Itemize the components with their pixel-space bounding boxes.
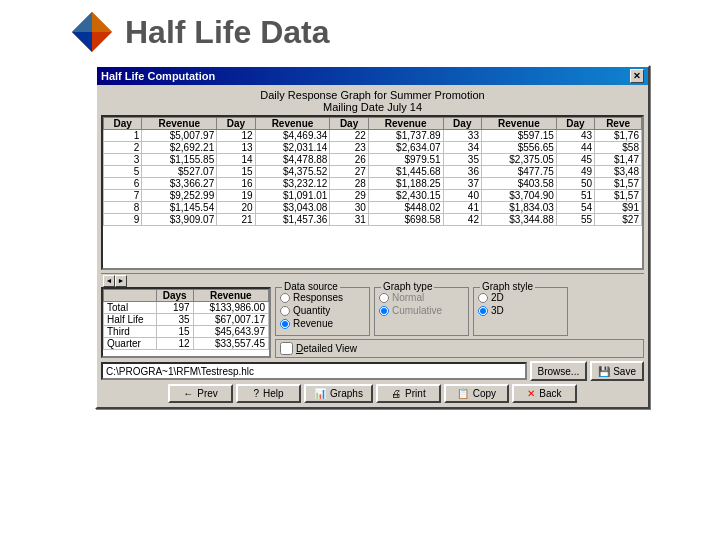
graph-style-group: Graph style 2D 3D	[473, 287, 568, 336]
summary-halflife-row: Half Life 35 $67,007.17	[104, 314, 269, 326]
graph-style-3d[interactable]: 3D	[478, 305, 563, 316]
prev-button[interactable]: ← Prev	[168, 384, 233, 403]
data-source-group: Data source Responses Quantity Revenue	[275, 287, 370, 336]
quantity-radio[interactable]	[280, 306, 290, 316]
summary-third-row: Third 15 $45,643.97	[104, 326, 269, 338]
graph-type-group: Graph type Normal Cumulative	[374, 287, 469, 336]
summary-total-row: Total 197 $133,986.00	[104, 302, 269, 314]
table-row: 7$9,252.99 19$1,091.01 29$2,430.15 40$3,…	[104, 190, 642, 202]
scroll-left-button[interactable]: ◄	[103, 275, 115, 287]
save-icon: 💾	[598, 366, 610, 377]
dialog-window: Half Life Computation ✕ Daily Response G…	[95, 65, 650, 409]
detailed-view-area: Detailed View	[275, 339, 644, 358]
prev-icon: ←	[183, 388, 193, 399]
logo-icon	[70, 10, 115, 55]
data-source-responses[interactable]: Responses	[280, 292, 365, 303]
col-header-rev5: Reve	[595, 118, 642, 130]
svg-marker-3	[72, 12, 92, 32]
controls-area: Days Revenue Total 197 $133,986.00 Half …	[101, 287, 644, 358]
table-row: 6$3,366.27 16$3,232.12 28$1,188.25 37$40…	[104, 178, 642, 190]
dialog-body: Daily Response Graph for Summer Promotio…	[97, 85, 648, 407]
table-row: 5$527.07 15$4,375.52 27$1,445.68 36$477.…	[104, 166, 642, 178]
back-icon: ✕	[527, 388, 535, 399]
help-icon: ?	[254, 388, 260, 399]
col-header-rev2: Revenue	[255, 118, 330, 130]
normal-radio[interactable]	[379, 293, 389, 303]
col-header-rev4: Revenue	[481, 118, 556, 130]
3d-radio[interactable]	[478, 306, 488, 316]
svg-marker-2	[72, 32, 92, 52]
data-source-revenue[interactable]: Revenue	[280, 318, 365, 329]
data-table: Day Revenue Day Revenue Day Revenue Day …	[103, 117, 642, 226]
graphs-icon: 📊	[314, 388, 326, 399]
slide-header: Half Life Data	[70, 10, 329, 55]
help-button[interactable]: ? Help	[236, 384, 301, 403]
col-header-day1: Day	[104, 118, 142, 130]
svg-marker-1	[92, 12, 112, 32]
detailed-view-checkbox[interactable]	[280, 342, 293, 355]
back-button[interactable]: ✕ Back	[512, 384, 577, 403]
cumulative-radio[interactable]	[379, 306, 389, 316]
copy-button[interactable]: 📋 Copy	[444, 384, 509, 403]
table-row: 3$1,155.85 14$4,478.88 26$979.51 35$2,37…	[104, 154, 642, 166]
detailed-view-checkbox-item[interactable]: Detailed View	[280, 342, 639, 355]
col-header-day2: Day	[217, 118, 255, 130]
table-row: 8$1,145.54 20$3,043.08 30$448.02 41$1,83…	[104, 202, 642, 214]
summary-panel: Days Revenue Total 197 $133,986.00 Half …	[101, 287, 271, 358]
print-button[interactable]: 🖨 Print	[376, 384, 441, 403]
col-header-day3: Day	[330, 118, 368, 130]
dialog-title: Half Life Computation	[101, 70, 215, 82]
chart-title-line2: Mailing Date July 14	[101, 101, 644, 113]
graph-style-label: Graph style	[480, 281, 535, 292]
col-header-day4: Day	[443, 118, 481, 130]
filepath-input[interactable]	[101, 362, 527, 380]
scroll-strip: ◄ ►	[101, 273, 644, 287]
col-header-rev3: Revenue	[368, 118, 443, 130]
table-row: 9$3,909.07 21$1,457.36 31$698.58 42$3,34…	[104, 214, 642, 226]
graph-type-label: Graph type	[381, 281, 434, 292]
data-table-container: Day Revenue Day Revenue Day Revenue Day …	[101, 115, 644, 270]
dialog-titlebar: Half Life Computation ✕	[97, 67, 648, 85]
copy-icon: 📋	[457, 388, 469, 399]
graph-type-cumulative[interactable]: Cumulative	[379, 305, 464, 316]
graph-options-row: Data source Responses Quantity Revenue	[275, 287, 644, 336]
revenue-radio[interactable]	[280, 319, 290, 329]
col-header-day5: Day	[556, 118, 594, 130]
chart-title-line1: Daily Response Graph for Summer Promotio…	[101, 89, 644, 101]
slide-title: Half Life Data	[125, 14, 329, 51]
filepath-area: Browse... 💾 Save	[101, 361, 644, 381]
graph-style-2d[interactable]: 2D	[478, 292, 563, 303]
responses-radio[interactable]	[280, 293, 290, 303]
summary-quarter-row: Quarter 12 $33,557.45	[104, 338, 269, 350]
table-row: 2$2,692.21 13$2,031.14 23$2,634.07 34$55…	[104, 142, 642, 154]
chart-title: Daily Response Graph for Summer Promotio…	[101, 89, 644, 113]
browse-button[interactable]: Browse...	[530, 361, 588, 381]
dialog-close-button[interactable]: ✕	[630, 69, 644, 83]
save-button[interactable]: 💾 Save	[590, 361, 644, 381]
graphs-button[interactable]: 📊 Graphs	[304, 384, 373, 403]
table-row: 1$5,007.97 12$4,469.34 22$1,737.89 33$59…	[104, 130, 642, 142]
graph-type-normal[interactable]: Normal	[379, 292, 464, 303]
print-icon: 🖨	[391, 388, 401, 399]
summary-table: Days Revenue Total 197 $133,986.00 Half …	[103, 289, 269, 350]
data-source-label: Data source	[282, 281, 340, 292]
data-source-quantity[interactable]: Quantity	[280, 305, 365, 316]
table-header-row: Day Revenue Day Revenue Day Revenue Day …	[104, 118, 642, 130]
summary-header-row: Days Revenue	[104, 290, 269, 302]
col-header-rev1: Revenue	[142, 118, 217, 130]
2d-radio[interactable]	[478, 293, 488, 303]
right-panels: Data source Responses Quantity Revenue	[275, 287, 644, 358]
scroll-right-button[interactable]: ►	[115, 275, 127, 287]
detailed-view-label: Detailed View	[296, 343, 357, 354]
nav-buttons: ← Prev ? Help 📊 Graphs 🖨 Print 📋 Copy ✕	[101, 384, 644, 403]
